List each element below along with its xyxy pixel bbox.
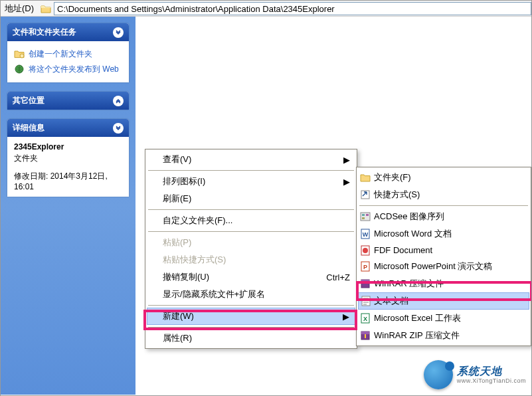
task-publish-web[interactable]: 将这个文件夹发布到 Web bbox=[14, 62, 122, 77]
detail-modified: 修改日期: 2014年3月12日, 16:01 bbox=[14, 171, 122, 191]
menu-item[interactable]: 刷新(E) bbox=[147, 190, 355, 207]
svg-text:P: P bbox=[363, 264, 367, 270]
fdf-icon bbox=[359, 245, 371, 256]
menu-item-label: 撤销复制(U) bbox=[163, 271, 209, 283]
sidebar: 文件和文件夹任务 创建一个新文件夹 将这个文件夹发布到 Web 其它位置 bbox=[1, 17, 135, 395]
menu-item-label: WinRAR ZIP 压缩文件 bbox=[374, 330, 460, 342]
menu-item[interactable]: 排列图标(I)▶ bbox=[147, 173, 355, 190]
menu-item[interactable]: WMicrosoft Word 文档 bbox=[358, 225, 529, 243]
expand-icon[interactable] bbox=[113, 96, 124, 106]
svg-point-0 bbox=[20, 54, 24, 58]
menu-separator bbox=[148, 305, 354, 306]
menu-item-label: 属性(R) bbox=[163, 332, 192, 344]
menu-item-label: 显示/隐藏系统文件+扩展名 bbox=[163, 288, 265, 300]
watermark-url: www.XiTongTianDi.com bbox=[457, 377, 526, 385]
submenu-arrow-icon: ▶ bbox=[343, 155, 350, 165]
shortcut-icon bbox=[359, 189, 371, 200]
svg-point-10 bbox=[363, 248, 368, 253]
details-header[interactable]: 详细信息 bbox=[7, 119, 129, 137]
content-area[interactable]: 查看(V)▶排列图标(I)▶刷新(E)自定义文件夹(F)...粘贴(P)粘贴快捷… bbox=[135, 17, 531, 395]
svg-rect-4 bbox=[362, 214, 365, 216]
svg-rect-6 bbox=[362, 217, 365, 219]
menu-separator bbox=[148, 231, 354, 232]
menu-item[interactable]: 显示/隐藏系统文件+扩展名 bbox=[147, 286, 355, 303]
menu-item: 粘贴快捷方式(S) bbox=[147, 251, 355, 268]
menu-item-label: 查看(V) bbox=[163, 153, 191, 165]
menu-item-label: 自定义文件夹(F)... bbox=[163, 215, 232, 227]
other-places-title: 其它位置 bbox=[13, 95, 44, 106]
menu-item[interactable]: PMicrosoft PowerPoint 演示文稿 bbox=[358, 258, 529, 275]
menu-item-label: ACDSee 图像序列 bbox=[374, 211, 444, 223]
word-icon: W bbox=[359, 229, 371, 239]
menu-item[interactable]: 新建(W)▶ bbox=[147, 308, 355, 325]
svg-text:X: X bbox=[363, 316, 367, 322]
menu-item-label: WinRAR 压缩文件 bbox=[374, 278, 444, 290]
details-title: 详细信息 bbox=[13, 122, 44, 134]
menu-item-label: 粘贴(P) bbox=[163, 237, 191, 248]
menu-item[interactable]: 撤销复制(U)Ctrl+Z bbox=[147, 268, 355, 286]
txt-icon bbox=[360, 296, 372, 306]
address-path-input[interactable]: C:\Documents and Settings\Administrator\… bbox=[54, 2, 531, 15]
menu-separator bbox=[359, 205, 528, 206]
menu-item[interactable]: WinRAR ZIP 压缩文件 bbox=[358, 327, 529, 344]
collapse-icon[interactable] bbox=[113, 123, 124, 134]
context-menu-new-submenu: 文件夹(F)快捷方式(S)ACDSee 图像序列WMicrosoft Word … bbox=[356, 167, 531, 346]
collapse-icon[interactable] bbox=[113, 27, 124, 38]
menu-item-label: 排列图标(I) bbox=[163, 175, 205, 187]
menu-item[interactable]: 文本文档 bbox=[358, 292, 529, 310]
task-new-folder[interactable]: 创建一个新文件夹 bbox=[14, 47, 122, 62]
svg-rect-3 bbox=[361, 213, 370, 221]
tasks-panel-title: 文件和文件夹任务 bbox=[13, 27, 76, 38]
menu-item-label: Microsoft PowerPoint 演示文稿 bbox=[374, 260, 492, 272]
watermark-logo-icon bbox=[424, 360, 453, 389]
task-label: 创建一个新文件夹 bbox=[29, 49, 92, 60]
svg-rect-15 bbox=[363, 281, 367, 282]
menu-item[interactable]: 快捷方式(S) bbox=[358, 186, 529, 203]
watermark-title: 系统天地 bbox=[457, 365, 526, 377]
ppt-icon: P bbox=[359, 261, 371, 272]
menu-item-label: FDF Document bbox=[374, 245, 432, 255]
zip-icon bbox=[359, 330, 371, 341]
menu-item[interactable]: WinRAR 压缩文件 bbox=[358, 275, 529, 292]
svg-rect-20 bbox=[361, 332, 369, 334]
menu-item[interactable]: 属性(R) bbox=[147, 330, 355, 347]
menu-item[interactable]: ACDSee 图像序列 bbox=[358, 208, 529, 225]
main-area: 文件和文件夹任务 创建一个新文件夹 将这个文件夹发布到 Web 其它位置 bbox=[1, 17, 531, 395]
tasks-panel: 文件和文件夹任务 创建一个新文件夹 将这个文件夹发布到 Web bbox=[7, 23, 129, 82]
svg-rect-5 bbox=[366, 214, 369, 216]
other-places-panel: 其它位置 bbox=[7, 92, 129, 110]
other-places-header[interactable]: 其它位置 bbox=[7, 92, 129, 110]
address-bar: 地址(D) C:\Documents and Settings\Administ… bbox=[1, 1, 531, 17]
submenu-arrow-icon: ▶ bbox=[343, 312, 349, 322]
task-label: 将这个文件夹发布到 Web bbox=[29, 64, 119, 75]
tasks-panel-header[interactable]: 文件和文件夹任务 bbox=[7, 23, 129, 41]
menu-item: 粘贴(P) bbox=[147, 234, 355, 251]
menu-item[interactable]: FDF Document bbox=[358, 243, 529, 258]
web-publish-icon bbox=[14, 64, 25, 74]
excel-icon: X bbox=[359, 313, 371, 324]
context-menu-main: 查看(V)▶排列图标(I)▶刷新(E)自定义文件夹(F)...粘贴(P)粘贴快捷… bbox=[145, 149, 357, 349]
menu-separator bbox=[148, 209, 354, 210]
menu-separator bbox=[148, 170, 354, 171]
new-folder-icon bbox=[14, 49, 25, 59]
menu-item[interactable]: 自定义文件夹(F)... bbox=[147, 212, 355, 229]
menu-item-label: 文本文档 bbox=[374, 295, 408, 307]
submenu-arrow-icon: ▶ bbox=[343, 177, 350, 187]
menu-item[interactable]: 文件夹(F) bbox=[358, 169, 529, 186]
acdsee-icon bbox=[359, 211, 371, 222]
menu-item[interactable]: 查看(V)▶ bbox=[147, 151, 355, 168]
menu-item-label: 快捷方式(S) bbox=[374, 189, 420, 201]
rar-icon bbox=[359, 278, 371, 289]
menu-separator bbox=[148, 327, 354, 328]
detail-type: 文件夹 bbox=[14, 153, 122, 164]
menu-item-label: 新建(W) bbox=[163, 310, 194, 322]
menu-item-label: Microsoft Word 文档 bbox=[374, 228, 452, 240]
menu-shortcut: Ctrl+Z bbox=[326, 272, 350, 282]
address-label: 地址(D) bbox=[1, 3, 38, 15]
menu-item[interactable]: XMicrosoft Excel 工作表 bbox=[358, 310, 529, 327]
watermark: 系统天地 www.XiTongTianDi.com bbox=[424, 360, 526, 389]
menu-item-label: 刷新(E) bbox=[163, 193, 191, 205]
folder-icon bbox=[359, 172, 371, 183]
menu-item-label: Microsoft Excel 工作表 bbox=[374, 312, 461, 324]
detail-name: 2345Explorer bbox=[14, 142, 122, 151]
